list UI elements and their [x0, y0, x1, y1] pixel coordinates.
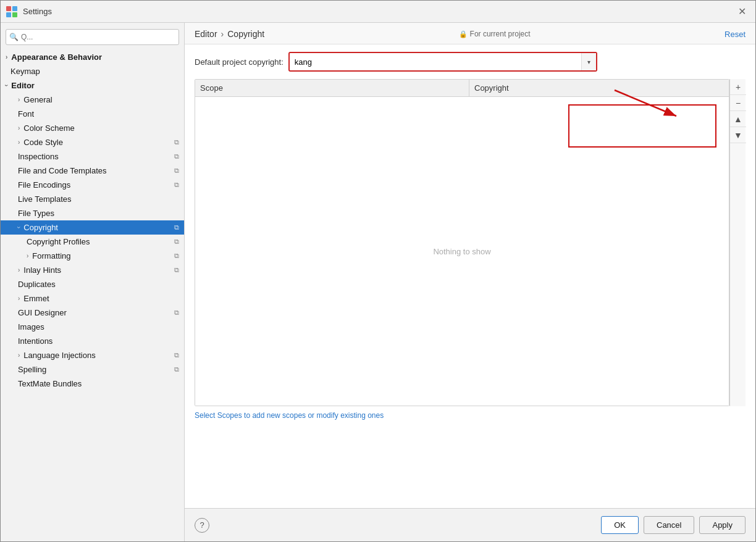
- breadcrumb-root: Editor: [195, 29, 217, 39]
- sidebar-item-label: Emmet: [23, 294, 49, 303]
- scope-table-header: Scope Copyright: [195, 80, 729, 97]
- add-scope-button[interactable]: +: [730, 79, 746, 95]
- svg-rect-2: [6, 12, 11, 17]
- reset-button[interactable]: Reset: [724, 30, 746, 39]
- sidebar-item-appearance[interactable]: › Appearance & Behavior: [1, 50, 184, 64]
- sidebar-item-formatting[interactable]: › Formatting ⧉: [1, 249, 184, 263]
- chevron-icon: ›: [18, 125, 20, 131]
- cancel-button[interactable]: Cancel: [644, 516, 694, 534]
- nothing-to-show-label: Nothing to show: [433, 247, 490, 256]
- sidebar-item-label: Copyright: [23, 223, 58, 232]
- select-scopes-anchor[interactable]: Select Scopes to add new scopes or modif…: [195, 411, 384, 420]
- sidebar-item-label: Language Injections: [23, 351, 95, 360]
- sidebar-item-label: Copyright Profiles: [27, 237, 90, 246]
- sidebar-item-file-encodings[interactable]: File Encodings ⧉: [1, 178, 184, 192]
- sidebar-item-label: Appearance & Behavior: [11, 52, 102, 62]
- sidebar-item-label: TextMate Bundles: [18, 379, 82, 388]
- remove-scope-button[interactable]: −: [730, 95, 746, 111]
- sidebar-item-label: Formatting: [32, 251, 70, 261]
- search-icon: 🔍: [9, 33, 19, 41]
- for-current-project: 🔒 For current project: [459, 30, 531, 38]
- sidebar-item-file-types[interactable]: File Types: [1, 206, 184, 220]
- sidebar-item-gui-designer[interactable]: GUI Designer ⧉: [1, 306, 184, 320]
- panel-header: Editor › Copyright 🔒 For current project…: [185, 23, 755, 44]
- breadcrumb-separator: ›: [221, 29, 224, 39]
- window-title: Settings: [23, 7, 733, 16]
- apply-button[interactable]: Apply: [699, 516, 746, 534]
- sidebar-item-label: Duplicates: [18, 280, 56, 289]
- sidebar-item-inlay-hints[interactable]: › Inlay Hints ⧉: [1, 263, 184, 277]
- title-bar: Settings ✕: [1, 1, 755, 23]
- table-outer: Scope Copyright Nothing to show +: [195, 79, 746, 406]
- select-scopes-link: Select Scopes to add new scopes or modif…: [195, 411, 746, 420]
- sidebar-item-label: Code Style: [23, 138, 63, 147]
- scope-table-body: Nothing to show: [195, 97, 729, 406]
- sidebar-item-label: Spelling: [18, 365, 46, 374]
- sidebar-item-file-code-templates[interactable]: File and Code Templates ⧉: [1, 164, 184, 178]
- sidebar-item-live-templates[interactable]: Live Templates: [1, 192, 184, 206]
- sidebar-item-duplicates[interactable]: Duplicates: [1, 277, 184, 291]
- svg-rect-0: [6, 6, 11, 11]
- sidebar-item-label: Inspections: [18, 152, 59, 161]
- sidebar-item-emmet[interactable]: › Emmet: [1, 291, 184, 306]
- sidebar-item-color-scheme[interactable]: › Color Scheme: [1, 121, 184, 135]
- chevron-icon: ›: [15, 227, 22, 228]
- copy-icon: ⧉: [174, 223, 179, 231]
- sidebar-item-label: Font: [18, 109, 34, 119]
- help-button[interactable]: ?: [195, 518, 209, 533]
- sidebar-item-label: File and Code Templates: [18, 166, 107, 175]
- sidebar-item-font[interactable]: Font: [1, 107, 184, 121]
- sidebar-item-inspections[interactable]: Inspections ⧉: [1, 149, 184, 164]
- copy-icon: ⧉: [174, 351, 179, 359]
- sidebar-item-label: GUI Designer: [18, 308, 67, 317]
- copyright-dropdown[interactable]: ▾: [581, 53, 596, 70]
- for-current-project-label: For current project: [470, 30, 531, 38]
- breadcrumb: Editor › Copyright: [195, 29, 264, 39]
- search-input[interactable]: [6, 29, 179, 45]
- sidebar-item-label: Intentions: [18, 336, 52, 346]
- sidebar-item-images[interactable]: Images: [1, 320, 184, 334]
- scope-col-header: Scope: [195, 80, 469, 96]
- copyright-input[interactable]: [290, 53, 581, 70]
- chevron-icon: ›: [27, 252, 28, 259]
- sidebar-item-textmate-bundles[interactable]: TextMate Bundles: [1, 377, 184, 391]
- sidebar-item-copyright[interactable]: › Copyright ⧉: [1, 220, 184, 235]
- sidebar-item-label: Images: [18, 322, 44, 331]
- sidebar-item-label: Keymap: [10, 67, 40, 76]
- main-panel: Editor › Copyright 🔒 For current project…: [185, 23, 755, 541]
- copy-icon: ⧉: [174, 181, 179, 189]
- panel-body: Default project copyright: ▾ Scope Copyr…: [185, 44, 755, 508]
- sidebar-item-editor[interactable]: › Editor: [1, 78, 184, 93]
- sidebar-item-keymap[interactable]: Keymap: [1, 64, 184, 78]
- ok-button[interactable]: OK: [601, 516, 639, 534]
- sidebar-item-label: General: [23, 95, 52, 104]
- svg-rect-1: [12, 6, 17, 11]
- sidebar-item-general[interactable]: › General: [1, 93, 184, 107]
- copy-icon: ⧉: [174, 252, 179, 260]
- copyright-col-header: Copyright: [469, 80, 729, 96]
- sidebar-item-spelling[interactable]: Spelling ⧉: [1, 362, 184, 377]
- content-area: 🔍 › Appearance & Behavior Keymap › Edito…: [1, 23, 755, 541]
- copy-icon: ⧉: [174, 365, 179, 373]
- search-box[interactable]: 🔍: [6, 29, 179, 45]
- copy-icon: ⧉: [174, 238, 179, 246]
- move-down-button[interactable]: ▼: [730, 127, 746, 143]
- breadcrumb-current: Copyright: [227, 29, 264, 39]
- copy-icon: ⧉: [174, 309, 179, 317]
- sidebar-item-copyright-profiles[interactable]: Copyright Profiles ⧉: [1, 235, 184, 249]
- close-button[interactable]: ✕: [733, 3, 750, 20]
- sidebar-item-intentions[interactable]: Intentions: [1, 334, 184, 348]
- sidebar-item-label: File Types: [18, 209, 54, 218]
- sidebar-item-code-style[interactable]: › Code Style ⧉: [1, 135, 184, 149]
- sidebar: 🔍 › Appearance & Behavior Keymap › Edito…: [1, 23, 185, 541]
- svg-rect-3: [12, 12, 17, 17]
- project-icon: 🔒: [459, 30, 468, 38]
- sidebar-item-label: Live Templates: [18, 194, 71, 204]
- sidebar-item-language-injections[interactable]: › Language Injections ⧉: [1, 348, 184, 362]
- sidebar-item-label: File Encodings: [18, 180, 70, 190]
- bottom-bar: ? OK Cancel Apply: [185, 508, 755, 541]
- table-side-buttons: + − ▲ ▼: [729, 79, 746, 406]
- sidebar-item-label: Editor: [11, 81, 35, 90]
- move-up-button[interactable]: ▲: [730, 111, 746, 127]
- copyright-input-wrap: ▾: [288, 52, 597, 72]
